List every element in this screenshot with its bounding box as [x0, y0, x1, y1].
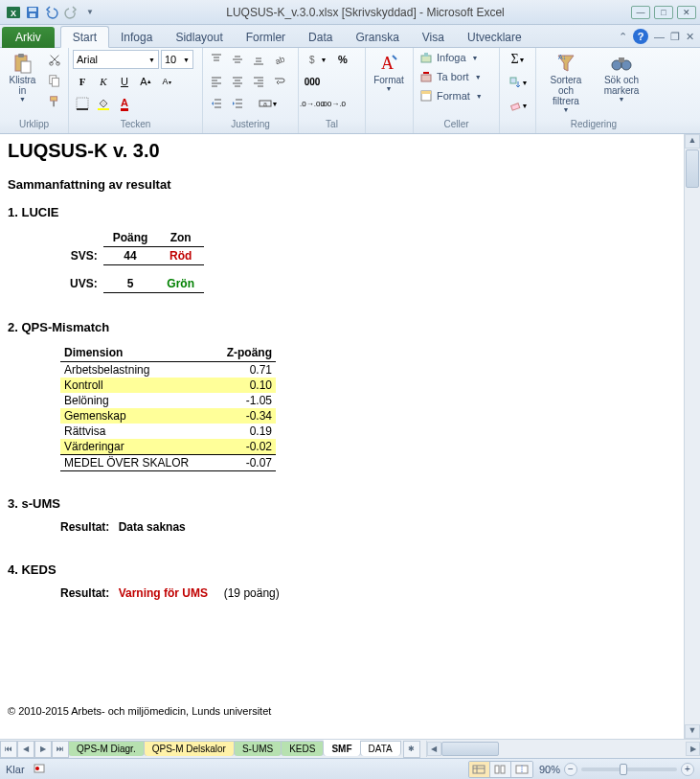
align-left-button[interactable]: [207, 72, 226, 91]
minimize-ribbon-icon[interactable]: ⌃: [619, 31, 627, 43]
shrink-font-button[interactable]: A▾: [157, 72, 176, 91]
tab-visa[interactable]: Visa: [411, 27, 456, 47]
align-middle-button[interactable]: [228, 50, 247, 69]
funnel-icon: A↓: [554, 52, 577, 75]
minimize-button[interactable]: —: [631, 6, 650, 19]
worksheet-area[interactable]: LUQSUS-K v. 3.0 Sammanfattning av result…: [0, 134, 684, 739]
font-color-button[interactable]: A: [115, 94, 134, 113]
copy-button[interactable]: [45, 71, 64, 90]
decrease-decimal-button[interactable]: .00→.0: [324, 94, 343, 113]
percent-button[interactable]: %: [333, 50, 352, 69]
insert-cells-button[interactable]: Infoga▼: [418, 50, 485, 65]
scroll-right-icon[interactable]: ▶: [686, 742, 700, 756]
sheet-tab-smf[interactable]: SMF: [323, 740, 360, 756]
align-left-icon: [210, 75, 223, 88]
align-center-icon: [231, 75, 244, 88]
align-bottom-button[interactable]: [249, 50, 268, 69]
workbook-restore-icon[interactable]: ❐: [670, 31, 680, 43]
align-right-button[interactable]: [249, 72, 268, 91]
tab-nav-prev[interactable]: ◀: [17, 741, 34, 758]
svg-rect-7: [21, 61, 31, 73]
tab-granska[interactable]: Granska: [344, 27, 410, 47]
redo-icon[interactable]: [63, 5, 79, 20]
increase-indent-button[interactable]: [228, 94, 247, 113]
svg-rect-54: [421, 91, 431, 94]
normal-view-button[interactable]: [469, 762, 490, 777]
wrap-text-button[interactable]: [270, 72, 289, 91]
decrease-indent-button[interactable]: [207, 94, 226, 113]
underline-button[interactable]: U: [115, 72, 134, 91]
macro-record-icon[interactable]: [33, 762, 46, 777]
merge-button[interactable]: a▼: [249, 94, 287, 113]
italic-button[interactable]: K: [94, 72, 113, 91]
find-select-button[interactable]: Sök och markera▼: [596, 50, 647, 104]
tab-data[interactable]: Data: [297, 27, 344, 47]
zoom-out-button[interactable]: −: [564, 763, 577, 776]
scroll-left-icon[interactable]: ◀: [427, 742, 441, 756]
hscroll-thumb[interactable]: [441, 742, 499, 756]
sheet-tab-qps-diagr[interactable]: QPS-M Diagr.: [68, 741, 145, 756]
svg-rect-6: [18, 54, 24, 57]
page-break-view-button[interactable]: [511, 762, 532, 777]
paste-button[interactable]: Klistra in ▼: [4, 50, 41, 104]
close-button[interactable]: ✕: [677, 6, 696, 19]
comma-button[interactable]: 000: [303, 72, 322, 91]
autosum-button[interactable]: Σ▼: [504, 50, 532, 69]
tab-utvecklare[interactable]: Utvecklare: [456, 27, 533, 47]
tab-start[interactable]: Start: [60, 26, 109, 48]
border-button[interactable]: [73, 94, 92, 113]
zoom-in-button[interactable]: +: [681, 763, 694, 776]
sort-filter-button[interactable]: A↓ Sortera och filtrera▼: [540, 50, 592, 115]
tab-nav-first[interactable]: ⏮: [0, 741, 17, 758]
cell-styles-button[interactable]: A Format▼: [370, 50, 408, 94]
horizontal-scrollbar[interactable]: ◀ ▶: [426, 741, 700, 757]
scroll-thumb[interactable]: [686, 149, 699, 188]
sheet-tab-sums[interactable]: S-UMS: [234, 741, 282, 756]
sheet-tab-data[interactable]: DATA: [360, 741, 401, 756]
help-icon[interactable]: ?: [633, 29, 648, 44]
outdent-icon: [210, 97, 223, 110]
tab-nav-next[interactable]: ▶: [34, 741, 52, 758]
bold-button[interactable]: F: [73, 72, 92, 91]
maximize-button[interactable]: □: [654, 6, 673, 19]
tab-formler[interactable]: Formler: [235, 27, 297, 47]
vertical-scrollbar[interactable]: ▲ ▼: [684, 134, 700, 739]
format-cells-button[interactable]: Format▼: [418, 88, 485, 103]
clear-button[interactable]: ▼: [504, 96, 532, 115]
undo-icon[interactable]: [44, 5, 59, 20]
excel-icon: X: [6, 5, 21, 20]
font-name-combo[interactable]: Arial▼: [73, 50, 159, 69]
fill-button[interactable]: ▼: [504, 73, 532, 92]
tab-arkiv[interactable]: Arkiv: [2, 27, 55, 48]
workbook-minimize-icon[interactable]: —: [654, 31, 665, 42]
increase-decimal-button[interactable]: .0→.00: [303, 94, 322, 113]
currency-button[interactable]: $▼: [303, 50, 331, 69]
align-center-button[interactable]: [228, 72, 247, 91]
align-top-button[interactable]: [207, 50, 226, 69]
section-3-heading: 3. s-UMS: [8, 496, 605, 511]
zoom-slider-thumb[interactable]: [620, 764, 627, 775]
new-sheet-button[interactable]: ✱: [403, 741, 420, 758]
tab-infoga[interactable]: Infoga: [109, 27, 164, 47]
sheet-tab-keds[interactable]: KEDS: [281, 741, 324, 756]
save-icon[interactable]: [25, 5, 40, 20]
tab-sidlayout[interactable]: Sidlayout: [164, 27, 234, 47]
zoom-level[interactable]: 90%: [539, 764, 560, 775]
page-layout-view-button[interactable]: [490, 762, 511, 777]
workbook-close-icon[interactable]: ✕: [686, 31, 694, 43]
delete-cells-button[interactable]: Ta bort▼: [418, 69, 485, 84]
orientation-button[interactable]: ab: [270, 50, 289, 69]
format-painter-button[interactable]: [45, 92, 64, 111]
grow-font-button[interactable]: A▴: [136, 72, 155, 91]
scroll-up-icon[interactable]: ▲: [685, 134, 700, 149]
group-label-clipboard: Urklipp: [4, 119, 64, 131]
svg-rect-67: [501, 766, 505, 773]
sheet-tab-qps-delskalor[interactable]: QPS-M Delskalor: [144, 741, 235, 756]
cut-button[interactable]: [45, 50, 64, 69]
fill-color-button[interactable]: [94, 94, 113, 113]
font-size-combo[interactable]: 10▼: [161, 50, 193, 69]
qat-dropdown-icon[interactable]: ▼: [82, 5, 98, 20]
zoom-slider[interactable]: [581, 768, 677, 771]
scroll-down-icon[interactable]: ▼: [685, 724, 700, 739]
tab-nav-last[interactable]: ⏭: [52, 741, 69, 758]
